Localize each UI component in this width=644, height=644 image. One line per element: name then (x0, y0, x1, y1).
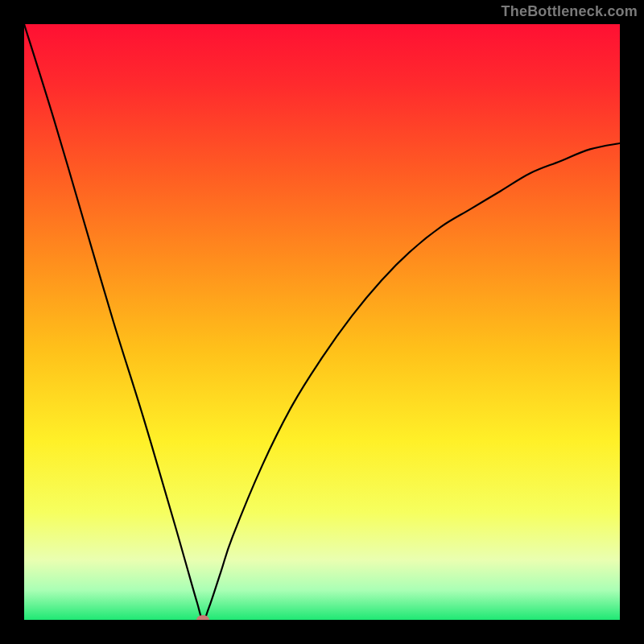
watermark-text: TheBottleneck.com (502, 3, 638, 20)
chart-frame: TheBottleneck.com (0, 0, 644, 644)
chart-plot (24, 24, 620, 620)
